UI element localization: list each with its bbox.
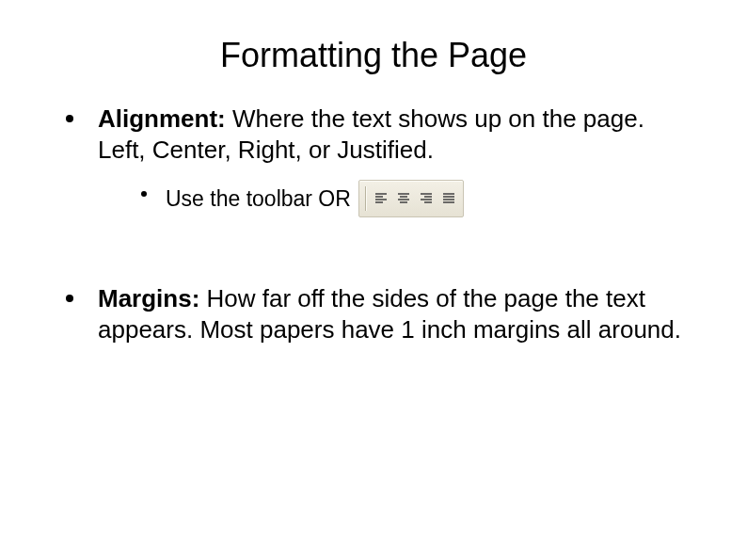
align-right-button[interactable]: [416, 188, 437, 209]
margins-label: Margins:: [98, 284, 199, 312]
align-right-icon: [420, 193, 433, 204]
align-justify-icon: [442, 193, 455, 204]
alignment-label: Alignment:: [98, 104, 226, 133]
sub-list: Use the toolbar OR: [141, 180, 691, 217]
sub-bullet-toolbar: Use the toolbar OR: [141, 180, 691, 217]
toolbar-separator: [363, 183, 369, 215]
align-center-button[interactable]: [393, 188, 414, 209]
align-center-icon: [397, 193, 410, 204]
alignment-toolbar: [358, 180, 464, 217]
bullet-list: Alignment: Where the text shows up on th…: [66, 104, 691, 344]
sub-bullet-text: Use the toolbar OR: [166, 184, 351, 214]
slide-title: Formatting the Page: [0, 0, 747, 75]
slide: Formatting the Page Alignment: Where the…: [0, 0, 747, 560]
bullet-margins: Margins: How far off the sides of the pa…: [66, 283, 691, 344]
bullet-alignment: Alignment: Where the text shows up on th…: [66, 104, 691, 217]
align-left-icon: [374, 193, 388, 204]
align-justify-button[interactable]: [438, 188, 459, 209]
align-left-button[interactable]: [371, 188, 391, 209]
